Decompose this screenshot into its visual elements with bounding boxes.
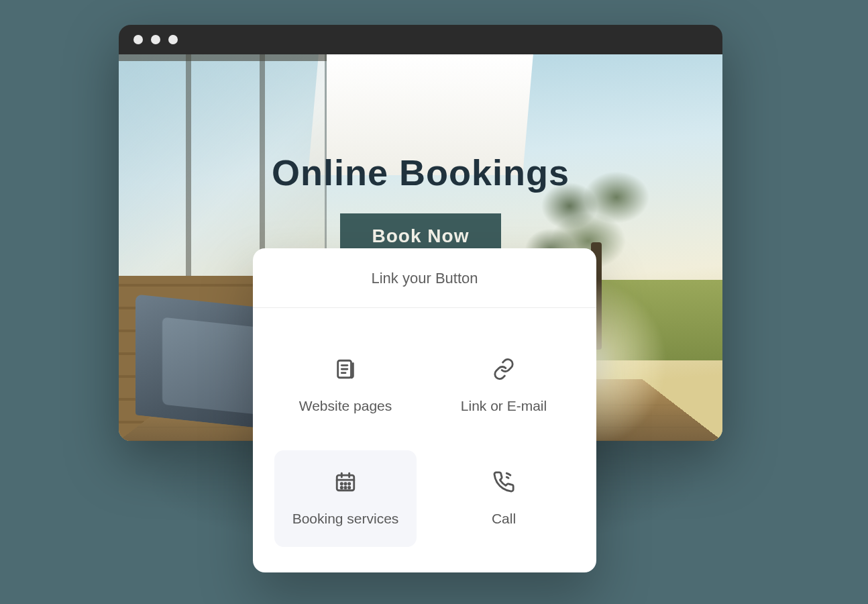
calendar-icon [334,470,357,496]
svg-point-9 [345,483,346,485]
svg-point-8 [341,483,342,485]
option-call[interactable]: Call [433,450,575,547]
window-control-close[interactable] [133,35,143,44]
option-booking-services[interactable]: Booking services [274,450,417,547]
phone-icon [492,470,515,496]
option-website-pages[interactable]: Website pages [274,338,417,434]
option-label: Link or E-mail [461,398,547,414]
option-label: Booking services [292,511,399,527]
popover-title: Link your Button [253,248,596,308]
link-button-popover: Link your Button Website pages [253,248,596,572]
option-label: Call [492,511,516,527]
link-options-grid: Website pages Link or E-mail [253,308,596,572]
option-link-or-email[interactable]: Link or E-mail [433,338,575,434]
window-control-minimize[interactable] [151,35,160,44]
browser-titlebar [119,25,722,54]
option-label: Website pages [299,398,392,414]
svg-point-12 [345,487,346,488]
window-control-maximize[interactable] [168,35,178,44]
link-icon [492,358,515,383]
svg-point-11 [341,487,342,488]
pages-icon [334,358,357,383]
svg-point-13 [349,487,350,488]
svg-point-10 [349,483,350,485]
page-title: Online Bookings [119,152,722,193]
